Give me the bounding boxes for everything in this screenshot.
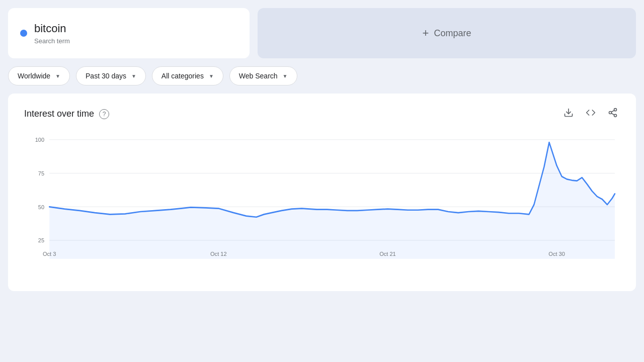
x-label-oct21: Oct 21 [379, 251, 395, 257]
chart-actions [561, 106, 620, 122]
chevron-down-icon: ▼ [209, 73, 214, 79]
filter-category-label: All categories [162, 72, 204, 80]
chevron-down-icon: ▼ [55, 73, 60, 79]
filter-location[interactable]: Worldwide ▼ [8, 66, 70, 85]
plus-icon: + [423, 27, 429, 40]
y-label-25: 25 [38, 237, 44, 243]
search-term-dot [20, 30, 27, 37]
download-icon[interactable] [561, 106, 576, 122]
chart-line [49, 142, 615, 217]
filters-bar: Worldwide ▼ Past 30 days ▼ All categorie… [0, 58, 644, 94]
y-label-50: 50 [38, 204, 44, 210]
filter-location-label: Worldwide [18, 72, 50, 80]
svg-line-4 [611, 113, 614, 115]
chart-header: Interest over time ? [24, 106, 620, 122]
search-term-text: bitcoin Search term [34, 22, 70, 45]
chart-title: Interest over time [24, 109, 94, 119]
filter-time-label: Past 30 days [86, 72, 126, 80]
chart-svg: 100 75 50 25 Oct 3 Oct 12 Oct 21 Oct 30 [24, 134, 620, 275]
chart-card: Interest over time ? [8, 94, 636, 291]
svg-line-5 [611, 110, 614, 112]
search-term-label: Search term [34, 37, 70, 45]
chevron-down-icon: ▼ [131, 73, 136, 79]
share-icon[interactable] [606, 106, 620, 122]
filter-search-type[interactable]: Web Search ▼ [229, 66, 297, 85]
compare-label: Compare [434, 28, 471, 39]
filter-time[interactable]: Past 30 days ▼ [76, 66, 146, 85]
chart-title-group: Interest over time ? [24, 109, 109, 119]
search-term-name: bitcoin [34, 22, 70, 36]
compare-card[interactable]: + Compare [258, 8, 636, 58]
chart-area: 100 75 50 25 Oct 3 Oct 12 Oct 21 Oct 30 [24, 134, 620, 275]
top-section: bitcoin Search term + Compare [0, 0, 644, 58]
chevron-down-icon: ▼ [283, 73, 288, 79]
help-icon[interactable]: ? [99, 109, 109, 119]
filter-search-type-label: Web Search [239, 72, 278, 80]
y-label-100: 100 [35, 137, 44, 143]
embed-icon[interactable] [584, 106, 598, 122]
y-label-75: 75 [38, 170, 44, 176]
search-term-card: bitcoin Search term [8, 8, 250, 58]
chart-area-fill [49, 142, 615, 259]
filter-category[interactable]: All categories ▼ [152, 66, 223, 85]
x-label-oct12: Oct 12 [210, 251, 226, 257]
x-label-oct3: Oct 3 [43, 251, 56, 257]
x-label-oct30: Oct 30 [548, 251, 565, 257]
